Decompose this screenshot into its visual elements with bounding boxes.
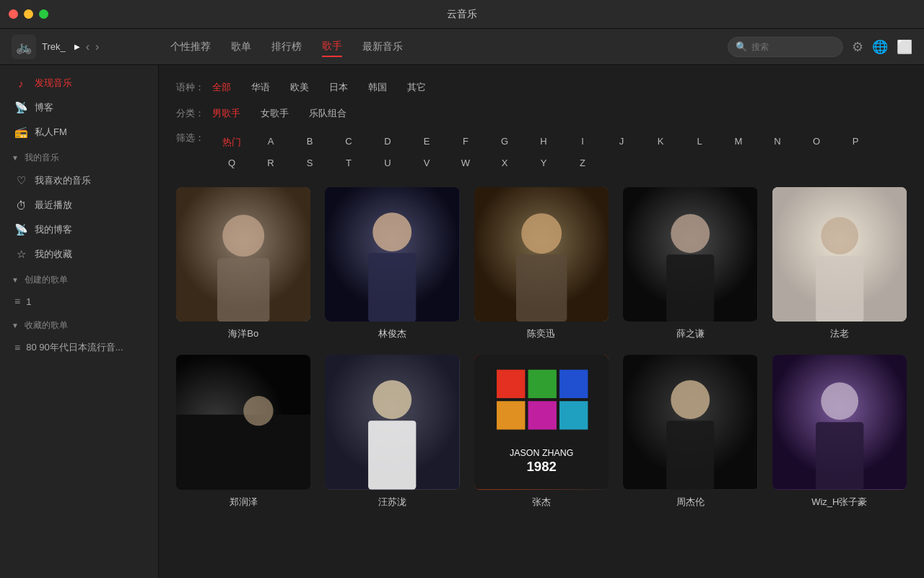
menu-item-new-music[interactable]: 最新音乐 bbox=[362, 38, 403, 56]
artist-card-zhangjie[interactable]: JASON ZHANG 1982 张杰 bbox=[474, 355, 609, 508]
screen-z[interactable]: Z bbox=[563, 153, 602, 173]
screen-d[interactable]: D bbox=[368, 131, 407, 153]
created-playlists-section[interactable]: ▼ 创建的歌单 bbox=[0, 267, 158, 290]
artist-card-zhengruntze[interactable]: 郑润泽 bbox=[176, 355, 310, 508]
screen-b[interactable]: B bbox=[290, 131, 329, 153]
artist-name-falao: 法老 bbox=[772, 327, 907, 340]
sidebar-item-liked[interactable]: ♡ 我喜欢的音乐 bbox=[0, 168, 158, 193]
artist-card-zhoujiehao[interactable]: 周杰伦 bbox=[623, 355, 757, 508]
menu-item-artists[interactable]: 歌手 bbox=[322, 37, 342, 57]
screen-a[interactable]: A bbox=[251, 131, 290, 153]
screen-k[interactable]: K bbox=[641, 131, 680, 153]
sidebar-item-blog[interactable]: 📡 博客 bbox=[0, 95, 158, 120]
screen-v[interactable]: V bbox=[407, 153, 446, 173]
skin-icon[interactable]: 🌐 bbox=[872, 39, 888, 55]
user-play-icon[interactable]: ▶ bbox=[74, 43, 80, 51]
collected-playlists-label: 收藏的歌单 bbox=[25, 319, 68, 332]
screen-g[interactable]: G bbox=[485, 131, 524, 153]
screen-y[interactable]: Y bbox=[524, 153, 563, 173]
artist-card-xueziqian[interactable]: 薛之谦 bbox=[623, 187, 757, 340]
screen-p[interactable]: P bbox=[836, 131, 875, 153]
screen-m[interactable]: M bbox=[719, 131, 758, 153]
screen-hot[interactable]: 热门 bbox=[212, 131, 251, 153]
artist-name-wiz: Wiz_H张子豪 bbox=[772, 496, 907, 509]
sidebar-item-discover[interactable]: ♪ 发现音乐 bbox=[0, 71, 158, 95]
screen-u[interactable]: U bbox=[368, 153, 407, 173]
artist-card-linjunjie[interactable]: 林俊杰 bbox=[325, 187, 459, 340]
nav-arrows: ‹ › bbox=[86, 40, 100, 53]
artist-grid: 海洋Bo 林俊杰 bbox=[176, 187, 907, 509]
lang-chinese[interactable]: 华语 bbox=[251, 79, 270, 95]
screen-w[interactable]: W bbox=[446, 153, 485, 173]
lang-other[interactable]: 其它 bbox=[407, 79, 426, 95]
maximize-button[interactable] bbox=[39, 9, 48, 19]
topbar: 🚲 Trek_ ▶ ‹ › 个性推荐 歌单 排行榜 歌手 最新音乐 🔍 ⚙ 🌐 … bbox=[0, 29, 924, 65]
screen-q[interactable]: Q bbox=[212, 153, 251, 173]
svg-point-1 bbox=[222, 215, 264, 256]
category-filter-row: 分类： 男歌手 女歌手 乐队组合 bbox=[176, 105, 907, 121]
sidebar-playlist-1[interactable]: ≡ 1 bbox=[0, 290, 158, 312]
screen-o[interactable]: O bbox=[797, 131, 836, 153]
screen-c[interactable]: C bbox=[329, 131, 368, 153]
artist-card-haiyangbo[interactable]: 海洋Bo bbox=[176, 187, 310, 340]
artist-name-linjunjie: 林俊杰 bbox=[325, 327, 459, 340]
artist-image-linjunjie bbox=[325, 187, 459, 322]
sidebar-collected-1[interactable]: ≡ 80 90年代日本流行音... bbox=[0, 336, 158, 359]
screen-t[interactable]: T bbox=[329, 153, 368, 173]
sidebar-item-recent[interactable]: ⏱ 最近播放 bbox=[0, 193, 158, 217]
sidebar-my-blog-label: 我的博客 bbox=[35, 223, 72, 236]
minimize-button[interactable] bbox=[24, 9, 33, 19]
svg-rect-32 bbox=[666, 421, 714, 490]
collected-playlists-section[interactable]: ▼ 收藏的歌单 bbox=[0, 312, 158, 336]
screen-s[interactable]: S bbox=[290, 153, 329, 173]
close-button[interactable] bbox=[9, 9, 18, 19]
my-blog-icon: 📡 bbox=[14, 223, 27, 236]
screen-j[interactable]: J bbox=[602, 131, 641, 153]
menu-item-charts[interactable]: 排行榜 bbox=[271, 38, 302, 56]
nav-forward-button[interactable]: › bbox=[95, 40, 99, 53]
sidebar-item-private-fm[interactable]: 📻 私人FM bbox=[0, 120, 158, 144]
menu-item-playlist[interactable]: 歌单 bbox=[231, 38, 251, 56]
artist-name-chenxuyun: 陈奕迅 bbox=[474, 327, 609, 340]
svg-rect-14 bbox=[816, 256, 863, 322]
artist-card-chenxuyun[interactable]: 陈奕迅 bbox=[474, 187, 609, 340]
screen-n[interactable]: N bbox=[758, 131, 797, 153]
artist-card-wangsulong[interactable]: 汪苏泷 bbox=[325, 355, 459, 508]
screen-r[interactable]: R bbox=[251, 153, 290, 173]
artist-image-falao bbox=[772, 187, 907, 322]
cat-band[interactable]: 乐队组合 bbox=[309, 105, 346, 121]
lang-western[interactable]: 欧美 bbox=[290, 79, 309, 95]
logo-icon: 🚲 bbox=[16, 39, 32, 55]
window-icon[interactable]: ⬜ bbox=[897, 39, 912, 55]
music-icon: ♪ bbox=[14, 77, 27, 90]
sidebar-item-favorites[interactable]: ☆ 我的收藏 bbox=[0, 242, 158, 267]
cat-female[interactable]: 女歌手 bbox=[261, 105, 289, 121]
artist-image-haiyangbo bbox=[176, 187, 310, 322]
my-music-section[interactable]: ▼ 我的音乐 bbox=[0, 144, 158, 168]
cat-male[interactable]: 男歌手 bbox=[212, 105, 240, 121]
svg-rect-8 bbox=[516, 254, 567, 322]
content-area: 语种： 全部 华语 欧美 日本 韩国 其它 分类： 男歌手 女歌手 乐队组合 筛… bbox=[159, 65, 924, 578]
lang-all[interactable]: 全部 bbox=[212, 79, 231, 95]
star-icon: ☆ bbox=[14, 248, 27, 261]
menu-item-recommend[interactable]: 个性推荐 bbox=[170, 38, 211, 56]
artist-card-falao[interactable]: 法老 bbox=[772, 187, 907, 340]
screen-l[interactable]: L bbox=[680, 131, 719, 153]
search-input[interactable] bbox=[751, 42, 838, 52]
search-box[interactable]: 🔍 bbox=[728, 37, 843, 57]
lang-korean[interactable]: 韩国 bbox=[368, 79, 387, 95]
screen-i[interactable]: I bbox=[563, 131, 602, 153]
artist-name-zhengruntze: 郑润泽 bbox=[176, 496, 310, 509]
screen-h[interactable]: H bbox=[524, 131, 563, 153]
settings-icon[interactable]: ⚙ bbox=[852, 39, 863, 55]
screen-e[interactable]: E bbox=[407, 131, 446, 153]
sidebar-discover-label: 发现音乐 bbox=[35, 77, 72, 90]
language-options: 全部 华语 欧美 日本 韩国 其它 bbox=[212, 79, 426, 95]
screen-x[interactable]: X bbox=[485, 153, 524, 173]
artist-card-wiz[interactable]: Wiz_H张子豪 bbox=[772, 355, 907, 508]
sidebar-item-my-blog[interactable]: 📡 我的博客 bbox=[0, 217, 158, 242]
lang-japanese[interactable]: 日本 bbox=[329, 79, 348, 95]
artist-image-xueziqian bbox=[623, 187, 757, 322]
screen-f[interactable]: F bbox=[446, 131, 485, 153]
nav-back-button[interactable]: ‹ bbox=[86, 40, 90, 53]
